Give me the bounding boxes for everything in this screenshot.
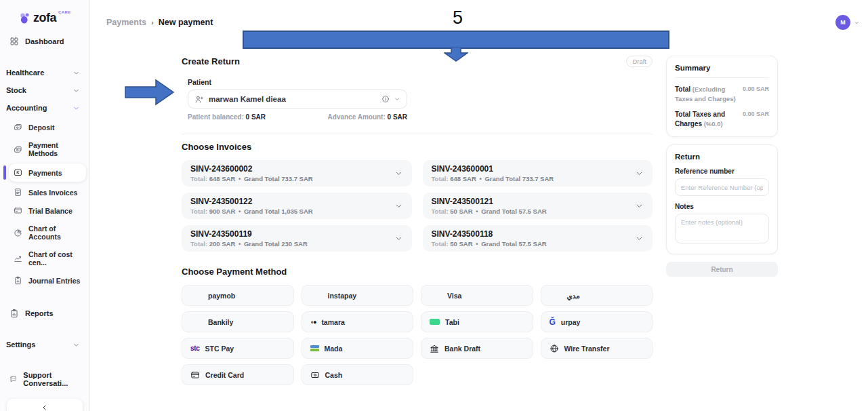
payment-method-bankily[interactable]: Bankily	[182, 311, 294, 332]
brand-badge: CARE	[58, 10, 71, 14]
invoice-total-value: 200 SAR	[209, 240, 236, 248]
invoice-total-label: Total:	[190, 208, 207, 215]
return-submit-button[interactable]: Return	[666, 262, 778, 277]
breadcrumb: Payments › New payment	[106, 18, 213, 27]
payment-method-wire-transfer[interactable]: Wire Transfer	[541, 338, 653, 359]
payment-method-bank-draft[interactable]: Bank Draft	[421, 338, 533, 359]
summary-label-rest: (%0.0)	[702, 120, 723, 128]
payment-method-stc-pay[interactable]: stcSTC Pay	[182, 338, 294, 359]
payment-method-label: Credit Card	[205, 371, 244, 379]
sidebar-item-sales-invoices[interactable]: Sales Invoices	[0, 183, 89, 201]
user-menu[interactable]: M	[835, 15, 860, 30]
payment-method-visa[interactable]: Visa	[421, 285, 533, 306]
payment-method-mada[interactable]: Mada	[302, 338, 414, 359]
invoice-info: SINV-243600002 Total: 648 SAR • Grand To…	[190, 164, 313, 182]
globe-icon	[550, 344, 559, 353]
payment-method-label: Mada	[325, 345, 343, 353]
chevron-down-icon[interactable]	[394, 201, 403, 210]
chevron-down-icon[interactable]	[394, 169, 403, 178]
sidebar-item-label: Reports	[25, 309, 54, 317]
summary-row-label: Total (Excluding Taxes and Charges)	[675, 85, 739, 103]
invoice-card-sinv-243500118[interactable]: SINV-243500118 Total: 50 SAR • Grand Tot…	[423, 225, 653, 252]
sidebar-item-label: Sales Invoices	[28, 189, 77, 197]
patient-select-value: marwan Kamel dieaa	[209, 95, 286, 103]
payment-method-paymob[interactable]: paymob	[182, 285, 294, 306]
summary-row-value: 0.00 SAR	[743, 85, 769, 103]
trend-chart-icon	[14, 254, 22, 263]
bullet-separator: •	[239, 208, 241, 215]
patient-select[interactable]: marwan Kamel dieaa	[188, 90, 407, 109]
summary-row-label: Total Taxes and Charges (%0.0)	[675, 110, 739, 129]
payment-method-tabi[interactable]: Tabi	[421, 311, 533, 332]
sidebar-item-journal-entries[interactable]: Journal Entries	[0, 271, 89, 290]
invoice-card-sinv-243600001[interactable]: SINV-243600001 Total: 648 SAR • Grand To…	[423, 160, 653, 187]
payment-method-cash[interactable]: Cash	[302, 364, 414, 385]
chevron-down-icon[interactable]	[635, 169, 644, 178]
invoice-id: SINV-243600002	[190, 164, 313, 174]
payment-method-mada-arabic[interactable]: مدي	[541, 285, 653, 306]
sidebar-collapse-button[interactable]	[7, 399, 83, 411]
payment-method-label: مدي	[567, 292, 580, 300]
chevron-down-icon[interactable]	[635, 201, 644, 210]
payment-method-urpay[interactable]: Ǧurpay	[541, 311, 653, 332]
invoice-id: SINV-243600001	[432, 164, 554, 174]
sidebar-group-label: Settings	[6, 340, 35, 349]
sidebar-group-stock[interactable]: Stock	[0, 81, 89, 99]
invoice-card-sinv-243500121[interactable]: SINV-243500121 Total: 50 SAR • Grand Tot…	[423, 193, 653, 219]
sidebar-group-settings[interactable]: Settings	[0, 336, 89, 353]
accounting-submenu: Deposit Payment Methods Payments Sales I…	[0, 117, 89, 291]
sidebar-group-accounting[interactable]: Accounting	[0, 99, 89, 117]
payment-method-instapay[interactable]: instapay	[302, 285, 414, 306]
logo-blobs-icon	[18, 12, 31, 24]
sidebar-item-payments-active[interactable]: Payments	[0, 162, 89, 183]
payment-method-credit-card[interactable]: Credit Card	[182, 364, 294, 385]
invoice-id: SINV-243500121	[432, 197, 547, 206]
sidebar-item-chart-of-accounts[interactable]: Chart of Accounts	[0, 220, 89, 246]
avatar[interactable]: M	[835, 15, 850, 30]
invoice-card-sinv-243500122[interactable]: SINV-243500122 Total: 900 SAR • Grand To…	[182, 193, 412, 219]
sidebar-item-chart-of-cost-centers[interactable]: Chart of cost cen...	[0, 246, 89, 271]
bank-icon	[430, 344, 439, 353]
sidebar-item-support-conversations[interactable]: Support Conversati...	[0, 366, 89, 393]
invoice-info: SINV-243600001 Total: 648 SAR • Grand To…	[432, 164, 554, 182]
invoice-card-sinv-243600002[interactable]: SINV-243600002 Total: 648 SAR • Grand To…	[182, 160, 412, 187]
sidebar-item-dashboard[interactable]: Dashboard	[0, 31, 89, 52]
form-header: Create Return Draft	[182, 56, 653, 67]
chevron-down-icon[interactable]	[635, 234, 644, 243]
reference-number-input[interactable]	[675, 178, 769, 196]
invoice-info: SINV-243500118 Total: 50 SAR • Grand Tot…	[432, 229, 547, 248]
patient-meta: Patient balanced: 0 SAR Advance Amount: …	[188, 113, 407, 121]
sidebar-item-label: Payments	[28, 169, 62, 177]
invoice-card-sinv-243500119[interactable]: SINV-243500119 Total: 200 SAR • Grand To…	[182, 225, 412, 252]
sidebar-group-label: Accounting	[6, 104, 47, 112]
sidebar-item-deposit[interactable]: Deposit	[0, 118, 89, 136]
chevron-down-icon[interactable]	[394, 234, 403, 243]
sidebar-group-healthcare[interactable]: Healthcare	[0, 64, 89, 81]
payment-method-tamara[interactable]: ◖●tamara	[302, 311, 414, 332]
annotation-right-arrow-icon	[125, 79, 175, 106]
page-title: Create Return	[182, 56, 240, 66]
notes-input[interactable]	[675, 214, 769, 243]
payment-method-label: Bankily	[208, 318, 233, 326]
payment-method-label: Tabi	[445, 318, 459, 326]
chevron-down-icon[interactable]	[394, 96, 400, 102]
info-icon[interactable]	[381, 95, 390, 103]
content: Create Return Draft Patient marwan Kamel…	[182, 56, 868, 385]
breadcrumb-parent[interactable]: Payments	[106, 18, 146, 27]
choose-invoices-title: Choose Invoices	[182, 142, 653, 152]
sidebar-item-payment-methods[interactable]: Payment Methods	[0, 136, 89, 162]
invoice-grand-total: Grand Total 230 SAR	[244, 240, 308, 248]
dashboard-grid-icon	[9, 37, 19, 46]
summary-row-total: Total (Excluding Taxes and Charges) 0.00…	[675, 85, 769, 103]
app-logo[interactable]: zofa CARE	[0, 0, 89, 31]
invoice-grand-total: Grand Total 1,035 SAR	[244, 208, 313, 215]
sidebar-item-label: Chart of Accounts	[28, 224, 87, 241]
sales-invoices-icon	[14, 188, 22, 197]
invoice-grand-total: Grand Total 57.5 SAR	[481, 240, 546, 248]
invoice-total-value: 50 SAR	[450, 240, 472, 248]
patient-balance-label: Patient balanced:	[188, 113, 244, 121]
sidebar-item-trial-balance[interactable]: Trial Balance	[0, 201, 89, 220]
chevron-down-icon	[73, 87, 80, 94]
sidebar-item-reports[interactable]: Reports	[0, 303, 89, 324]
return-title: Return	[675, 153, 769, 161]
